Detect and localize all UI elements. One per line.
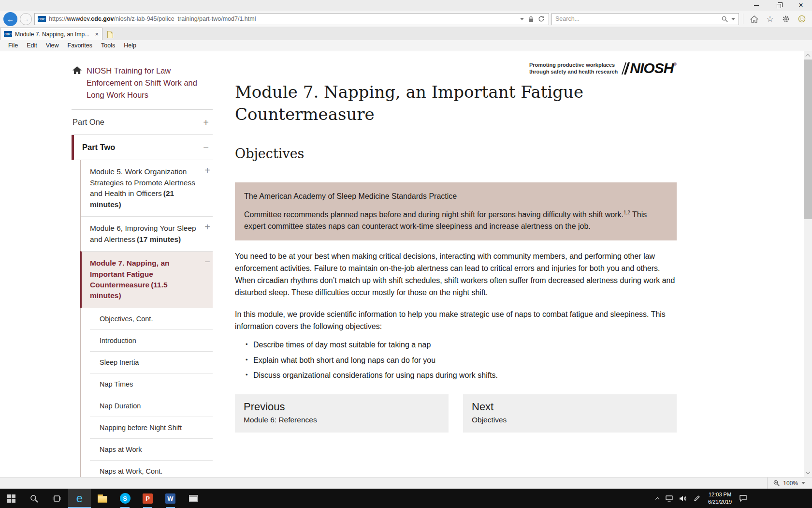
taskbar-word[interactable]: W (159, 489, 182, 508)
start-button[interactable] (0, 489, 23, 508)
home-toolbar-button[interactable] (747, 12, 761, 26)
previous-button[interactable]: Previous Module 6: References (235, 394, 449, 433)
forward-button[interactable]: → (20, 13, 32, 25)
sidebar-subitem-introduction[interactable]: Introduction (90, 329, 213, 351)
app-window-icon (189, 495, 198, 502)
address-bar[interactable]: CDC https://wwwdev.cdc.gov/niosh/z-lab-9… (34, 13, 549, 25)
search-icon[interactable] (722, 16, 728, 22)
page-title: Module 7. Napping, an Important Fatigue … (235, 81, 677, 126)
sidebar-item-part-two[interactable]: Part Two − (72, 135, 213, 160)
sidebar-subitem-nap-duration[interactable]: Nap Duration (90, 395, 213, 417)
scrollbar-thumb[interactable] (804, 60, 812, 219)
search-input[interactable] (555, 15, 718, 22)
collapse-icon[interactable]: − (204, 257, 210, 267)
sidebar-home-link[interactable]: NIOSH Training for Law Enforcement on Sh… (72, 60, 213, 110)
tab-favicon: CDC (4, 31, 12, 37)
taskbar-search-button[interactable] (23, 489, 45, 508)
smiley-icon (798, 15, 806, 23)
minimize-button[interactable] (745, 0, 768, 11)
home-icon (750, 15, 758, 23)
niosh-wordmark: NIOSH (630, 61, 673, 75)
zoom-control[interactable]: 100% (767, 478, 812, 489)
settings-toolbar-button[interactable] (779, 12, 793, 26)
module-5-label: Module 5. Work Organization Strategies t… (90, 167, 195, 197)
scrollbar-track[interactable] (804, 60, 812, 469)
menu-view[interactable]: View (42, 40, 63, 51)
volume-tray-button[interactable] (676, 489, 690, 508)
highlight-callout: The American Academy of Sleep Medicine S… (235, 182, 677, 240)
pen-tray-button[interactable] (690, 489, 704, 508)
taskbar-internet-explorer[interactable]: e (68, 489, 91, 508)
url-path: /niosh/z-lab-945/police_training/part-tw… (114, 15, 256, 22)
sidebar-item-module-5[interactable]: Module 5. Work Organization Strategies t… (81, 160, 213, 216)
task-view-button[interactable] (45, 489, 68, 508)
previous-target: Module 6: References (244, 416, 440, 424)
sidebar-subitem-sleep-inertia[interactable]: Sleep Inertia (90, 351, 213, 373)
expand-icon[interactable]: + (204, 165, 210, 175)
menu-file[interactable]: File (4, 40, 22, 51)
address-bar-icons (520, 15, 546, 22)
sidebar-subitem-naps-at-work[interactable]: Naps at Work (90, 438, 213, 460)
zoom-dropdown-icon[interactable] (801, 482, 805, 484)
window-titlebar: × (0, 0, 812, 11)
autocomplete-dropdown-icon[interactable] (520, 18, 524, 20)
sidebar-subitem-objectives-cont[interactable]: Objectives, Cont. (90, 308, 213, 329)
toc-sidebar: NIOSH Training for Law Enforcement on Sh… (72, 60, 213, 477)
menu-tools[interactable]: Tools (97, 40, 119, 51)
next-target: Objectives (472, 416, 668, 424)
feedback-toolbar-button[interactable] (795, 12, 809, 26)
taskbar-skype[interactable]: S (114, 489, 136, 508)
close-button[interactable]: × (790, 0, 812, 11)
vertical-scrollbar[interactable] (804, 51, 812, 477)
menu-help[interactable]: Help (119, 40, 141, 51)
restore-button[interactable] (768, 0, 790, 11)
sidebar-subitem-nap-times[interactable]: Nap Times (90, 373, 213, 395)
sidebar-item-module-7-current[interactable]: Module 7. Napping, an Important Fatigue … (80, 251, 213, 308)
action-center-button[interactable] (736, 489, 750, 508)
menu-favorites[interactable]: Favorites (63, 40, 97, 51)
list-item: Explain what both short and long naps ca… (246, 355, 677, 367)
clock-date: 6/21/2019 (708, 498, 732, 506)
sidebar-item-module-6[interactable]: Module 6, Improving Your Sleep and Alert… (81, 216, 213, 251)
search-dropdown-icon[interactable] (731, 18, 735, 20)
list-item: Discuss organizational considerations fo… (246, 370, 677, 382)
collapse-icon[interactable]: − (203, 143, 209, 152)
scroll-down-button[interactable] (804, 469, 812, 477)
back-button[interactable]: ← (3, 12, 17, 26)
taskbar-powerpoint[interactable]: P (136, 489, 159, 508)
sidebar-subitem-naps-at-work-cont[interactable]: Naps at Work, Cont. (90, 460, 213, 477)
hidden-icons-button[interactable] (652, 489, 662, 508)
expand-icon[interactable]: + (204, 222, 210, 232)
search-box[interactable] (551, 13, 739, 25)
part-one-label: Part One (72, 118, 104, 127)
gear-icon (782, 15, 790, 23)
back-arrow-icon: ← (7, 15, 14, 23)
tab-module-7[interactable]: CDC Module 7. Napping, an Imp... × (0, 28, 102, 40)
url-domain: cdc.gov (91, 15, 114, 22)
scroll-up-button[interactable] (804, 51, 812, 60)
next-button[interactable]: Next Objectives (463, 394, 677, 433)
expand-icon[interactable]: + (203, 118, 209, 127)
menu-edit[interactable]: Edit (22, 40, 42, 51)
sidebar-subitem-napping-before-night-shift[interactable]: Napping before Night Shift (90, 417, 213, 438)
chevron-up-icon (655, 497, 659, 501)
page-content: NIOSH Training for Law Enforcement on Sh… (0, 51, 804, 477)
url-text[interactable]: https://wwwdev.cdc.gov/niosh/z-lab-945/p… (49, 15, 517, 22)
niosh-tagline-line2: through safety and health research (529, 68, 618, 75)
refresh-icon[interactable] (538, 15, 545, 22)
taskbar-clock[interactable]: 12:03 PM 6/21/2019 (704, 491, 736, 506)
sidebar-item-part-one[interactable]: Part One + (72, 110, 213, 135)
favorites-toolbar-button[interactable]: ☆ (763, 12, 777, 26)
close-icon: × (798, 1, 803, 9)
windows-taskbar: e S P W 12:03 PM 6/21/2019 (0, 489, 812, 508)
tab-close-icon[interactable]: × (95, 31, 99, 37)
home-icon (72, 66, 82, 75)
taskbar-app-window[interactable] (182, 489, 204, 508)
system-tray: 12:03 PM 6/21/2019 (652, 489, 812, 508)
taskbar-file-explorer[interactable] (91, 489, 114, 508)
forward-arrow-icon: → (23, 15, 29, 23)
new-tab-button[interactable] (102, 29, 118, 40)
toolbar-separator (743, 14, 743, 24)
tab-title: Module 7. Napping, an Imp... (15, 31, 92, 38)
network-tray-button[interactable] (662, 489, 676, 508)
